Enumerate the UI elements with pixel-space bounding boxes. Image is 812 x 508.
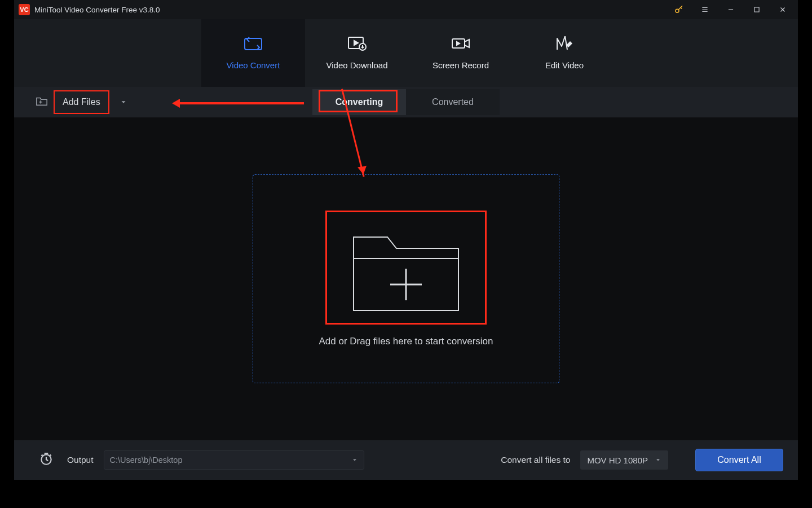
nav-edit-video[interactable]: Edit Video [513, 19, 616, 87]
folder-plus-icon [36, 95, 48, 109]
footer: Output C:\Users\bj\Desktop Convert all f… [14, 440, 798, 480]
sub-tabs: Converting Converted [312, 89, 500, 115]
app-window: VC MiniTool Video Converter Free v3.8.0 … [14, 0, 798, 480]
tab-converted[interactable]: Converted [406, 89, 500, 115]
svg-marker-4 [354, 41, 358, 45]
main-area: Add or Drag files here to start conversi… [14, 117, 798, 440]
nav-label: Edit Video [545, 60, 584, 70]
video-convert-icon [244, 36, 263, 52]
output-path-value: C:\Users\bj\Desktop [110, 456, 183, 465]
nav-label: Screen Record [433, 60, 489, 70]
main-nav: Video Convert Video Download Screen Reco… [14, 19, 798, 87]
convert-all-button-label: Convert All [717, 455, 761, 465]
nav-video-convert[interactable]: Video Convert [201, 19, 305, 87]
tab-label: Converting [336, 97, 383, 107]
add-files-label: Add Files [63, 97, 100, 107]
dropzone-folder-icon-frame [325, 211, 487, 325]
format-selected-value: MOV HD 1080P [587, 456, 648, 465]
screen-record-icon [451, 36, 470, 52]
window-title: MiniTool Video Converter Free v3.8.0 [34, 6, 160, 14]
output-path-select[interactable]: C:\Users\bj\Desktop [104, 450, 364, 470]
dropzone[interactable]: Add or Drag files here to start conversi… [253, 174, 559, 383]
menu-icon[interactable] [692, 0, 718, 19]
add-files-button[interactable]: Add Files [54, 90, 109, 114]
svg-marker-7 [457, 42, 460, 45]
tab-label: Converted [432, 97, 474, 107]
annotation-arrow-icon [174, 102, 304, 104]
app-logo-icon: VC [19, 4, 30, 15]
format-select[interactable]: MOV HD 1080P [580, 450, 668, 470]
convert-all-files-label: Convert all files to [501, 455, 570, 465]
folder-add-icon [348, 220, 464, 315]
close-button[interactable] [770, 0, 796, 19]
toolbar: Add Files Converting Converted [14, 87, 798, 117]
dropzone-text: Add or Drag files here to start conversi… [319, 336, 493, 347]
titlebar: VC MiniTool Video Converter Free v3.8.0 [14, 0, 798, 19]
convert-all-button[interactable]: Convert All [695, 449, 783, 471]
chevron-down-icon [351, 457, 358, 463]
edit-video-icon [555, 36, 574, 52]
nav-video-download[interactable]: Video Download [305, 19, 409, 87]
add-files-dropdown-caret[interactable] [118, 97, 129, 107]
video-download-icon [347, 36, 367, 52]
chevron-down-icon [655, 457, 661, 463]
nav-screen-record[interactable]: Screen Record [409, 19, 513, 87]
maximize-button[interactable] [744, 0, 770, 19]
svg-rect-1 [754, 7, 759, 12]
tab-converting[interactable]: Converting [312, 89, 406, 115]
nav-label: Video Convert [227, 60, 280, 70]
output-label: Output [67, 455, 94, 465]
nav-label: Video Download [326, 60, 388, 70]
minimize-button[interactable] [718, 0, 744, 19]
schedule-icon[interactable] [39, 452, 54, 468]
svg-point-0 [676, 9, 679, 12]
license-key-icon[interactable] [666, 0, 692, 19]
